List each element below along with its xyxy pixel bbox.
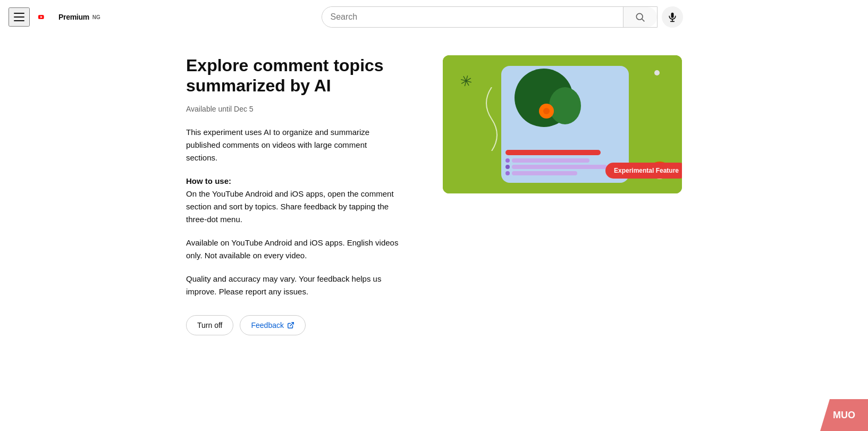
main-content: Explore comment topics summarized by AI … [0,34,868,357]
comment-dot [505,165,510,169]
svg-point-9 [549,87,581,124]
illustration-bg: ✳ [443,55,682,193]
svg-point-2 [636,13,643,20]
search-form [322,6,658,28]
character-illustration [507,69,592,138]
muo-watermark: MUO [820,399,868,431]
search-button[interactable] [623,7,657,27]
quality-text: Quality and accuracy may vary. Your feed… [186,273,400,298]
content-left: Explore comment topics summarized by AI … [186,55,400,335]
logo-link[interactable]: Premium NG [38,11,100,23]
content-right: ✳ [443,55,682,193]
svg-point-11 [543,108,550,114]
microphone-icon [667,12,678,22]
feedback-button[interactable]: Feedback [240,315,305,335]
available-date: Available until Dec 5 [186,105,400,113]
comment-dot [505,171,510,175]
comment-dot [505,158,510,163]
how-to-use-section: How to use: On the YouTube Android and i… [186,175,400,226]
comment-line [512,171,577,175]
how-to-use-text: On the YouTube Android and iOS apps, ope… [186,189,394,224]
comment-bar-red [505,150,601,155]
accent-dot [654,70,660,75]
search-input[interactable] [322,7,623,27]
comment-item-1 [505,158,625,163]
comment-line [512,165,607,169]
turn-off-button[interactable]: Turn off [186,315,233,335]
header: Premium NG [0,0,868,34]
description-text: This experiment uses AI to organize and … [186,126,400,164]
page-title: Explore comment topics summarized by AI [186,55,400,96]
comment-line [512,158,589,163]
youtube-icon [38,11,56,23]
search-icon [635,12,645,22]
svg-line-7 [290,323,293,326]
feedback-label: Feedback [251,321,283,329]
search-area [322,6,683,28]
how-to-use-label: How to use: [186,176,231,185]
menu-button[interactable] [9,7,30,27]
logo-text: Premium [58,13,89,21]
button-row: Turn off Feedback [186,315,400,335]
voice-search-button[interactable] [662,6,683,28]
muo-text: MUO [833,410,855,421]
experimental-badge: Experimental Feature [605,163,682,179]
external-link-icon [287,322,294,329]
availability-text: Available on YouTube Android and iOS app… [186,236,400,262]
svg-rect-4 [671,13,673,18]
svg-line-3 [642,19,645,22]
header-left: Premium NG [9,7,136,27]
logo-badge: NG [92,14,100,20]
illustration: ✳ [443,55,682,193]
